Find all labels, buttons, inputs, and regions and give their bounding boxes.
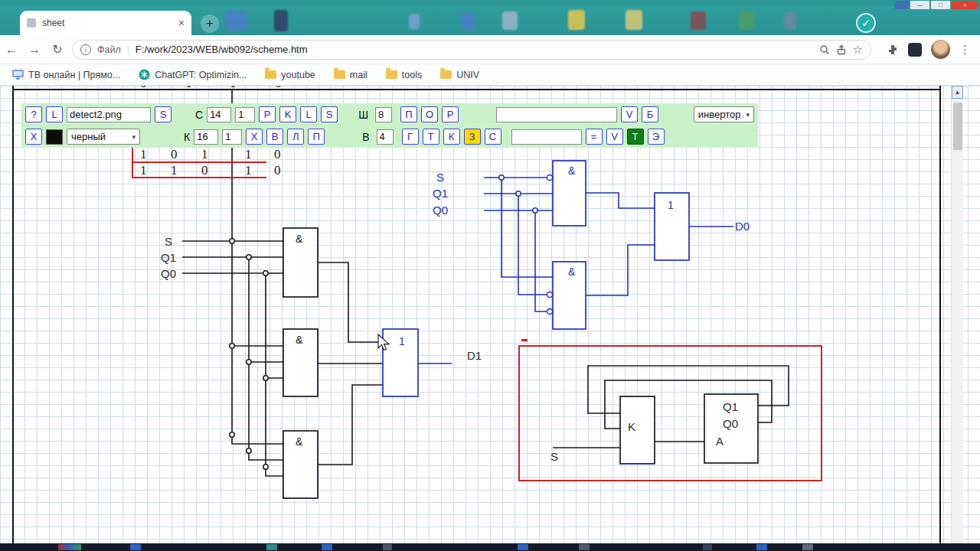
bookmark-item[interactable]: ТВ онлайн | Прямо... xyxy=(12,70,120,80)
c-width-input[interactable] xyxy=(207,107,231,122)
x-button[interactable]: X xyxy=(25,129,42,145)
l-cyr-button[interactable]: Л xyxy=(287,129,304,145)
back-button[interactable]: ← xyxy=(0,43,23,57)
desktop-icon xyxy=(784,12,796,29)
close-window-button[interactable]: × xyxy=(952,1,978,9)
taskbar-item[interactable] xyxy=(756,544,767,550)
c-button[interactable]: С xyxy=(485,129,501,145)
tab-favicon-icon xyxy=(27,18,36,28)
taskbar-item[interactable] xyxy=(703,544,712,550)
taskbar-item[interactable] xyxy=(322,544,332,550)
s-button[interactable]: S xyxy=(155,106,172,122)
k-width-input[interactable] xyxy=(194,129,218,145)
element-select[interactable]: инвертор ▾ xyxy=(694,106,754,122)
scroll-up-button[interactable]: ▲ xyxy=(952,86,963,99)
scrollbar[interactable]: ▲ xyxy=(951,86,963,543)
desktop-icon xyxy=(691,11,706,30)
bookmark-label: mail xyxy=(350,70,368,80)
desktop-icon xyxy=(409,14,420,29)
bookmark-item[interactable]: tools xyxy=(386,70,422,80)
address-bar[interactable]: i Файл | F:/work/2023/WEB/wb092/scheme.h… xyxy=(72,40,871,60)
toolbar-row-1: ? L S C P K L S Ш П О Р V Б инвертор ▾ xyxy=(21,103,758,126)
l-button[interactable]: L xyxy=(46,106,63,122)
bookmark-star-icon[interactable]: ☆ xyxy=(853,43,863,57)
taskbar-item[interactable] xyxy=(579,544,590,550)
color-select[interactable]: черный ▾ xyxy=(67,129,140,145)
v-value-input[interactable] xyxy=(377,129,394,145)
help-button[interactable]: ? xyxy=(25,106,42,122)
taskbar-item[interactable] xyxy=(383,544,392,550)
text-input[interactable] xyxy=(496,107,617,122)
sh-value-input[interactable] xyxy=(375,107,392,122)
k2-button[interactable]: К xyxy=(443,129,460,145)
minimize-button[interactable]: — xyxy=(910,1,929,9)
new-tab-button[interactable]: + xyxy=(201,15,219,33)
scroll-thumb[interactable] xyxy=(953,103,962,150)
extensions-icon[interactable] xyxy=(887,44,899,56)
desktop-icon xyxy=(225,11,247,31)
menu-icon[interactable]: ⋮ xyxy=(959,43,971,57)
tv-icon xyxy=(12,70,24,80)
l2-button[interactable]: L xyxy=(300,106,317,122)
taskbar xyxy=(0,543,980,551)
taskbar-item[interactable] xyxy=(58,544,81,550)
c-scale-input[interactable] xyxy=(235,107,255,122)
taskbar-item[interactable] xyxy=(266,544,277,550)
k-scale-input[interactable] xyxy=(222,129,242,145)
tab-close-icon[interactable]: × xyxy=(178,17,185,29)
folder-icon xyxy=(440,70,452,79)
desktop-icon xyxy=(568,10,585,30)
browser-tab[interactable]: sheet × xyxy=(20,11,191,35)
desktop-icon xyxy=(626,10,642,30)
p-button[interactable]: P xyxy=(259,106,276,122)
b-button[interactable]: Б xyxy=(642,106,658,122)
chevron-down-icon: ▾ xyxy=(746,111,750,119)
screen: S Q1 Q0 & & & 1 D1 xyxy=(0,0,980,551)
share-icon[interactable] xyxy=(836,44,847,55)
equals-button[interactable]: = xyxy=(586,129,603,145)
pe-button[interactable]: П xyxy=(400,106,417,122)
v-button[interactable]: V xyxy=(621,106,638,122)
taskbar-item[interactable] xyxy=(130,544,141,550)
v2-button[interactable]: V xyxy=(606,129,623,145)
profile-avatar[interactable] xyxy=(931,40,950,59)
table-cell: 0 xyxy=(274,163,281,178)
taskbar-item[interactable] xyxy=(518,544,528,550)
desktop-icon xyxy=(739,11,754,30)
editor-toolbar: ? L S C P K L S Ш П О Р V Б инвертор ▾ X xyxy=(21,103,758,148)
toolbar-row-2: X черный ▾ К X В Л П В Г Т К З С = V Т Э xyxy=(21,126,758,148)
folder-icon xyxy=(334,70,345,79)
k-label: К xyxy=(184,131,190,143)
x2-button[interactable]: X xyxy=(246,129,263,145)
t-green-button[interactable]: Т xyxy=(627,129,644,145)
forward-button[interactable]: → xyxy=(23,43,46,57)
bookmark-item[interactable]: youtube xyxy=(265,70,315,80)
extension-icon[interactable] xyxy=(908,43,922,57)
filename-input[interactable] xyxy=(67,107,151,122)
bookmark-item[interactable]: mail xyxy=(334,70,368,80)
profile-check-icon[interactable]: ✓ xyxy=(856,13,876,33)
maximize-button[interactable]: □ xyxy=(931,1,950,9)
reload-button[interactable]: ↻ xyxy=(46,42,69,57)
bookmark-item[interactable]: ChatGPT: Optimizin... xyxy=(139,69,247,80)
url-divider: | xyxy=(127,44,129,55)
zoom-icon[interactable] xyxy=(819,44,830,55)
v-cyr-button[interactable]: В xyxy=(266,129,283,145)
sheet-border-top xyxy=(12,89,941,90)
z-button[interactable]: З xyxy=(464,129,481,145)
taskbar-item[interactable] xyxy=(802,544,813,550)
p-cyr-button[interactable]: П xyxy=(308,129,325,145)
r-button[interactable]: Р xyxy=(442,106,459,122)
o-button[interactable]: О xyxy=(421,106,438,122)
url-path: F:/work/2023/WEB/wb092/scheme.htm xyxy=(136,44,813,55)
s2-button[interactable]: S xyxy=(321,106,338,122)
e-button[interactable]: Э xyxy=(648,129,665,145)
value-input[interactable] xyxy=(511,129,582,145)
g-button[interactable]: Г xyxy=(402,129,419,145)
color-swatch[interactable] xyxy=(46,129,63,145)
page-info-icon[interactable]: i xyxy=(80,44,91,55)
bookmark-item[interactable]: UNIV xyxy=(440,70,479,80)
sheet-border-left xyxy=(12,86,14,543)
k-button[interactable]: K xyxy=(279,106,296,122)
t-button[interactable]: Т xyxy=(423,129,439,145)
